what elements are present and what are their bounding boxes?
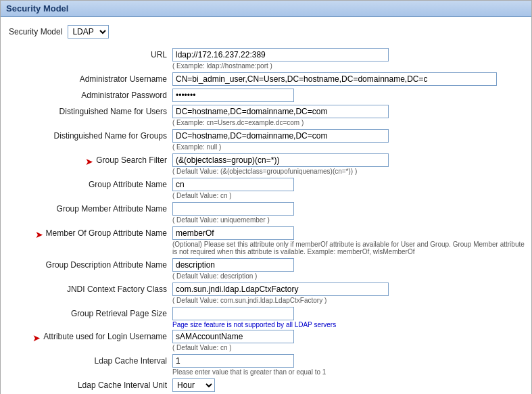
field-input-1[interactable] [172, 72, 497, 86]
field-label: JNDI Context Factory Class [67, 285, 167, 294]
arrow-icon: ➤ [32, 333, 41, 343]
field-input-2[interactable] [172, 89, 294, 102]
field-hint: Page size feature is not supported by al… [172, 321, 529, 328]
field-label: Group Attribute Name [89, 180, 167, 189]
form-row: Administrator Username [3, 72, 529, 87]
panel-body: Security Model LDAPSAMLNative URL( Examp… [1, 17, 531, 394]
field-hint: (Optional) Please set this attribute onl… [172, 241, 529, 255]
form-rows: URL( Example: ldap://hostname:port )Admi… [3, 48, 529, 394]
field-hint: ( Default Value: cn ) [172, 192, 529, 199]
form-row: Ldap Cache Interval UnitHourDayMinute [3, 378, 529, 393]
form-row: URL( Example: ldap://hostname:port ) [3, 48, 529, 71]
field-label: Group Member Attribute Name [57, 204, 167, 214]
form-row: Ldap Cache IntervalPlease enter value th… [3, 354, 529, 377]
form-row: Administrator Password [3, 89, 529, 103]
field-label: Administrator Username [80, 74, 167, 84]
field-label: Distinguished Name for Users [59, 107, 167, 116]
field-select-14[interactable]: HourDayMinute [172, 378, 215, 392]
field-input-5[interactable] [172, 153, 389, 167]
field-hint: ( Example: null ) [172, 143, 529, 151]
field-hint: ( Default Value: uniquemember ) [172, 216, 529, 224]
field-label: Group Description Attribute Name [46, 260, 167, 270]
field-label: Group Retrieval Page Size [71, 309, 167, 318]
form-row: Group Member Attribute Name( Default Val… [3, 202, 529, 225]
field-input-12[interactable] [172, 330, 294, 343]
field-label: Ldap Cache Interval [95, 356, 167, 366]
panel-title: Security Model [1, 1, 531, 17]
field-input-6[interactable] [172, 178, 294, 191]
form-row: Group Retrieval Page SizePage size featu… [3, 307, 529, 328]
field-label: Ldap Cache Interval Unit [78, 380, 167, 390]
field-input-9[interactable] [172, 258, 294, 272]
form-row: ➤Member Of Group Attribute Name(Optional… [3, 226, 529, 257]
field-hint: ( Default Value: cn ) [172, 344, 529, 351]
field-label: Group Search Filter [96, 155, 167, 165]
security-model-label: Security Model [9, 27, 62, 36]
field-hint: ( Example: ldap://hostname:port ) [172, 62, 529, 70]
field-label: Administrator Password [81, 91, 167, 100]
field-input-10[interactable] [172, 282, 389, 296]
arrow-icon: ➤ [35, 229, 43, 240]
form-row: Group Description Attribute Name( Defaul… [3, 258, 529, 281]
field-hint: ( Default Value: com.sun.jndi.ldap.LdapC… [172, 297, 529, 304]
security-model-panel: Security Model Security Model LDAPSAMLNa… [0, 0, 532, 394]
field-input-4[interactable] [172, 129, 389, 143]
security-model-row: Security Model LDAPSAMLNative [3, 22, 529, 41]
security-model-select[interactable]: LDAPSAMLNative [68, 25, 109, 39]
form-row: Distinguished Name for Groups( Example: … [3, 129, 529, 152]
form-row: ➤Attribute used for Login Username( Defa… [3, 330, 529, 353]
field-label: Attribute used for Login Username [43, 332, 167, 341]
field-label: Member Of Group Attribute Name [46, 228, 167, 238]
field-hint: ( Default Value: description ) [172, 272, 529, 280]
form-row: Group Attribute Name( Default Value: cn … [3, 178, 529, 201]
form-row: Distinguished Name for Users( Example: c… [3, 105, 529, 128]
field-input-3[interactable] [172, 105, 389, 118]
field-input-0[interactable] [172, 48, 389, 61]
field-input-8[interactable] [172, 226, 294, 240]
field-label: Distinguished Name for Groups [54, 131, 167, 141]
field-input-13[interactable] [172, 354, 294, 368]
field-hint: ( Example: cn=Users.dc=example.dc=com ) [172, 119, 529, 126]
field-input-7[interactable] [172, 202, 294, 216]
field-hint: ( Default Value: (&(objectclass=groupofu… [172, 168, 529, 175]
form-row: ➤Group Search Filter( Default Value: (&(… [3, 153, 529, 176]
arrow-icon: ➤ [85, 156, 93, 167]
field-hint: Please enter value that is greater than … [172, 368, 529, 376]
form-row: JNDI Context Factory Class( Default Valu… [3, 282, 529, 305]
field-input-11[interactable] [172, 307, 294, 320]
field-label: URL [151, 50, 167, 59]
